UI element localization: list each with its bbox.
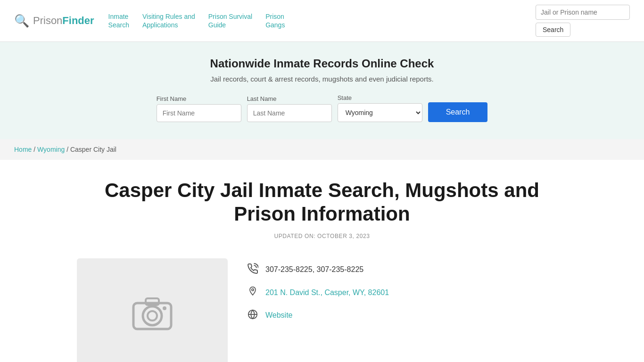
svg-point-1: [143, 306, 162, 325]
phone-number: 307-235-8225, 307-235-8225: [265, 265, 363, 274]
camera-icon: [129, 291, 176, 338]
hero-section: Nationwide Inmate Records Online Check J…: [0, 42, 644, 139]
first-name-label: First Name: [157, 95, 241, 102]
address-link[interactable]: 201 N. David St., Casper, WY, 82601: [265, 288, 389, 297]
svg-point-4: [163, 306, 166, 310]
website-row: Website: [247, 309, 389, 322]
nav-prison-gangs[interactable]: PrisonGangs: [265, 12, 285, 29]
first-name-input[interactable]: [157, 104, 241, 122]
main-nav: InmateSearch Visiting Rules andApplicati…: [108, 12, 521, 29]
state-select[interactable]: AlabamaAlaskaArizonaArkansasCaliforniaCo…: [338, 103, 422, 122]
mugshot-placeholder: [77, 258, 228, 362]
info-details: 307-235-8225, 307-235-8225 201 N. David …: [247, 258, 389, 322]
location-icon: [247, 286, 259, 300]
website-link[interactable]: Website: [265, 311, 293, 320]
header-search-input[interactable]: [536, 5, 630, 20]
header-search-button[interactable]: Search: [536, 23, 570, 37]
logo-text: PrisonFinder: [33, 15, 94, 27]
header-search-form: Search: [536, 5, 630, 37]
updated-on: UPDATED ON: OCTOBER 3, 2023: [77, 233, 567, 239]
hero-subtitle: Jail records, court & arrest records, mu…: [9, 75, 635, 83]
page-title: Casper City Jail Inmate Search, Mugshots…: [77, 179, 567, 226]
phone-icon: [247, 263, 259, 277]
globe-icon: [247, 309, 259, 322]
inmate-search-form: First Name Last Name State AlabamaAlaska…: [9, 94, 635, 122]
hero-title: Nationwide Inmate Records Online Check: [9, 57, 635, 70]
state-label: State: [338, 94, 422, 101]
svg-point-2: [148, 311, 157, 321]
nav-survival-guide[interactable]: Prison SurvivalGuide: [208, 12, 252, 29]
svg-point-5: [252, 288, 254, 290]
address-row: 201 N. David St., Casper, WY, 82601: [247, 286, 389, 300]
last-name-label: Last Name: [247, 95, 332, 102]
last-name-group: Last Name: [247, 95, 332, 122]
site-header: 🔍 PrisonFinder InmateSearch Visiting Rul…: [0, 0, 644, 42]
logo[interactable]: 🔍 PrisonFinder: [14, 14, 94, 28]
last-name-input[interactable]: [247, 104, 332, 122]
breadcrumb-current: Casper City Jail: [70, 146, 116, 153]
nav-inmate-search[interactable]: InmateSearch: [108, 12, 129, 29]
main-content: Casper City Jail Inmate Search, Mugshots…: [63, 160, 581, 362]
nav-visiting-rules[interactable]: Visiting Rules andApplications: [142, 12, 195, 29]
first-name-group: First Name: [157, 95, 241, 122]
breadcrumb-home[interactable]: Home: [14, 146, 32, 153]
logo-icon: 🔍: [14, 14, 29, 28]
info-section: 307-235-8225, 307-235-8225 201 N. David …: [77, 258, 567, 362]
state-group: State AlabamaAlaskaArizonaArkansasCalifo…: [338, 94, 422, 122]
hero-search-button[interactable]: Search: [428, 102, 488, 122]
phone-row: 307-235-8225, 307-235-8225: [247, 263, 389, 277]
breadcrumb: Home / Wyoming / Casper City Jail: [0, 139, 644, 160]
breadcrumb-state[interactable]: Wyoming: [37, 146, 65, 153]
